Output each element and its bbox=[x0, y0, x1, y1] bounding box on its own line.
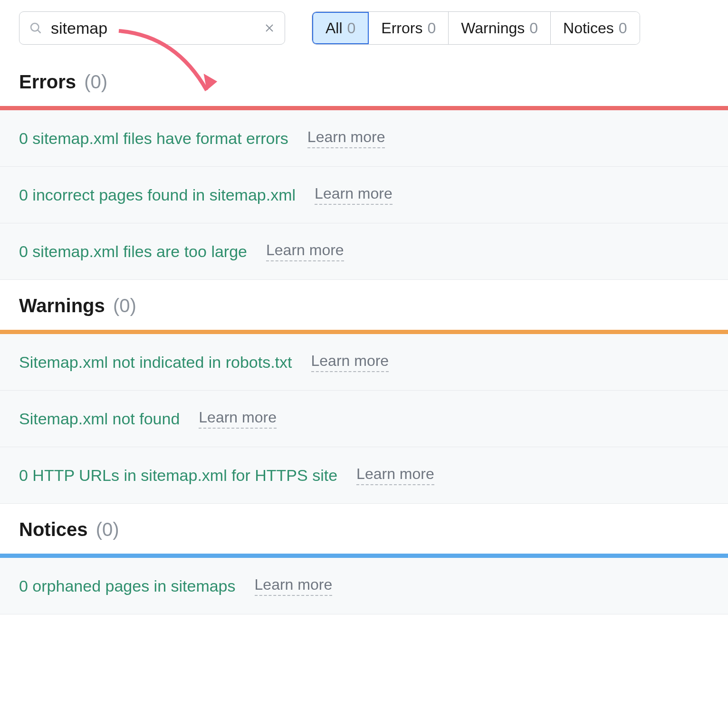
clear-icon[interactable] bbox=[264, 22, 275, 34]
issue-text: Sitemap.xml not found bbox=[19, 410, 180, 428]
issue-row[interactable]: 0 orphaned pages in sitemaps Learn more bbox=[0, 558, 728, 614]
learn-more-link[interactable]: Learn more bbox=[311, 352, 389, 372]
issue-row[interactable]: 0 incorrect pages found in sitemap.xml L… bbox=[0, 167, 728, 223]
issue-text: 0 sitemap.xml files have format errors bbox=[19, 129, 288, 148]
issue-text: 0 incorrect pages found in sitemap.xml bbox=[19, 186, 296, 204]
section-title: Warnings bbox=[19, 295, 105, 316]
issue-text: 0 orphaned pages in sitemaps bbox=[19, 577, 236, 595]
issue-row[interactable]: Sitemap.xml not found Learn more bbox=[0, 391, 728, 447]
learn-more-link[interactable]: Learn more bbox=[255, 576, 333, 596]
section-bar-warnings bbox=[0, 330, 728, 334]
filter-tab-errors[interactable]: Errors 0 bbox=[369, 12, 449, 44]
issue-row[interactable]: 0 HTTP URLs in sitemap.xml for HTTPS sit… bbox=[0, 447, 728, 504]
section-bar-notices bbox=[0, 554, 728, 558]
top-bar: All 0 Errors 0 Warnings 0 Notices 0 bbox=[0, 0, 728, 56]
filter-tab-count: 0 bbox=[619, 19, 627, 37]
learn-more-link[interactable]: Learn more bbox=[356, 465, 434, 485]
learn-more-link[interactable]: Learn more bbox=[315, 185, 393, 205]
filter-tab-count: 0 bbox=[427, 19, 436, 37]
filter-tab-label: Notices bbox=[563, 19, 614, 37]
section-count: (0) bbox=[84, 71, 107, 92]
search-input[interactable] bbox=[51, 19, 255, 38]
svg-line-1 bbox=[38, 30, 41, 33]
section-bar-errors bbox=[0, 106, 728, 110]
learn-more-link[interactable]: Learn more bbox=[307, 128, 385, 148]
issue-text: Sitemap.xml not indicated in robots.txt bbox=[19, 353, 292, 372]
filter-tab-label: All bbox=[326, 19, 343, 37]
section-heading-errors: Errors (0) bbox=[0, 56, 728, 106]
search-icon bbox=[29, 21, 42, 35]
section-heading-warnings: Warnings (0) bbox=[0, 280, 728, 330]
search-box[interactable] bbox=[19, 11, 285, 45]
filter-tab-count: 0 bbox=[347, 19, 356, 37]
filter-tab-count: 0 bbox=[529, 19, 538, 37]
issue-text: 0 HTTP URLs in sitemap.xml for HTTPS sit… bbox=[19, 466, 337, 485]
issue-row[interactable]: 0 sitemap.xml files have format errors L… bbox=[0, 110, 728, 167]
issue-text: 0 sitemap.xml files are too large bbox=[19, 242, 247, 261]
section-title: Errors bbox=[19, 71, 76, 92]
filter-tabs: All 0 Errors 0 Warnings 0 Notices 0 bbox=[312, 11, 640, 45]
section-heading-notices: Notices (0) bbox=[0, 504, 728, 554]
issue-row[interactable]: 0 sitemap.xml files are too large Learn … bbox=[0, 223, 728, 280]
section-title: Notices bbox=[19, 519, 88, 540]
filter-tab-all[interactable]: All 0 bbox=[312, 12, 369, 44]
section-count: (0) bbox=[96, 519, 119, 540]
issue-row[interactable]: Sitemap.xml not indicated in robots.txt … bbox=[0, 334, 728, 391]
filter-tab-warnings[interactable]: Warnings 0 bbox=[449, 12, 551, 44]
svg-point-0 bbox=[31, 23, 38, 31]
filter-tab-notices[interactable]: Notices 0 bbox=[551, 12, 640, 44]
filter-tab-label: Warnings bbox=[461, 19, 525, 37]
section-count: (0) bbox=[113, 295, 136, 316]
learn-more-link[interactable]: Learn more bbox=[199, 409, 277, 429]
learn-more-link[interactable]: Learn more bbox=[266, 241, 344, 261]
filter-tab-label: Errors bbox=[381, 19, 422, 37]
